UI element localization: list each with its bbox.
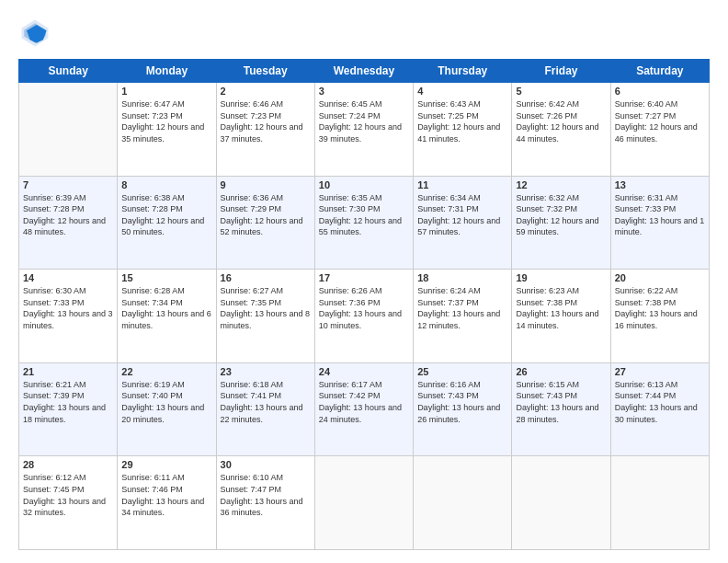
calendar-header-monday: Monday: [118, 60, 216, 83]
day-number: 25: [417, 366, 507, 377]
calendar-cell: 29Sunrise: 6:11 AMSunset: 7:46 PMDayligh…: [118, 456, 216, 550]
cell-info: Sunrise: 6:11 AMSunset: 7:46 PMDaylight:…: [121, 472, 211, 518]
calendar-cell: 25Sunrise: 6:16 AMSunset: 7:43 PMDayligh…: [414, 362, 512, 456]
day-number: 18: [417, 272, 507, 283]
day-number: 12: [516, 179, 606, 190]
logo: [18, 17, 55, 50]
day-number: 26: [516, 366, 606, 377]
cell-info: Sunrise: 6:24 AMSunset: 7:37 PMDaylight:…: [417, 285, 507, 331]
cell-info: Sunrise: 6:47 AMSunset: 7:23 PMDaylight:…: [121, 98, 211, 144]
day-number: 5: [516, 86, 606, 97]
cell-info: Sunrise: 6:43 AMSunset: 7:25 PMDaylight:…: [417, 98, 507, 144]
calendar-cell: 7Sunrise: 6:39 AMSunset: 7:28 PMDaylight…: [19, 176, 118, 270]
cell-info: Sunrise: 6:16 AMSunset: 7:43 PMDaylight:…: [417, 379, 507, 425]
calendar-cell: 14Sunrise: 6:30 AMSunset: 7:33 PMDayligh…: [19, 270, 118, 363]
calendar-cell: 6Sunrise: 6:40 AMSunset: 7:27 PMDaylight…: [610, 83, 709, 177]
calendar-cell: 17Sunrise: 6:26 AMSunset: 7:36 PMDayligh…: [314, 270, 413, 363]
day-number: 9: [221, 179, 311, 190]
calendar-cell: 23Sunrise: 6:18 AMSunset: 7:41 PMDayligh…: [216, 362, 314, 456]
calendar-cell: 9Sunrise: 6:36 AMSunset: 7:29 PMDaylight…: [216, 176, 314, 270]
cell-info: Sunrise: 6:42 AMSunset: 7:26 PMDaylight:…: [516, 98, 606, 144]
day-number: 1: [121, 86, 211, 97]
calendar-week-row: 1Sunrise: 6:47 AMSunset: 7:23 PMDaylight…: [19, 83, 710, 177]
cell-info: Sunrise: 6:39 AMSunset: 7:28 PMDaylight:…: [23, 192, 113, 238]
cell-info: Sunrise: 6:36 AMSunset: 7:29 PMDaylight:…: [221, 192, 311, 238]
calendar-cell: 15Sunrise: 6:28 AMSunset: 7:34 PMDayligh…: [118, 270, 216, 363]
calendar-cell: 16Sunrise: 6:27 AMSunset: 7:35 PMDayligh…: [216, 270, 314, 363]
calendar-cell: 22Sunrise: 6:19 AMSunset: 7:40 PMDayligh…: [118, 362, 216, 456]
calendar-header-row: SundayMondayTuesdayWednesdayThursdayFrid…: [19, 60, 710, 83]
calendar-week-row: 14Sunrise: 6:30 AMSunset: 7:33 PMDayligh…: [19, 270, 710, 363]
cell-info: Sunrise: 6:21 AMSunset: 7:39 PMDaylight:…: [23, 379, 113, 425]
day-number: 20: [615, 272, 705, 283]
calendar-cell: [512, 456, 610, 550]
day-number: 27: [615, 366, 705, 377]
day-number: 21: [23, 366, 113, 377]
day-number: 14: [23, 272, 113, 283]
calendar-header-saturday: Saturday: [610, 60, 709, 83]
calendar-cell: 30Sunrise: 6:10 AMSunset: 7:47 PMDayligh…: [216, 456, 314, 550]
day-number: 17: [319, 272, 409, 283]
cell-info: Sunrise: 6:40 AMSunset: 7:27 PMDaylight:…: [615, 98, 705, 144]
calendar-cell: 26Sunrise: 6:15 AMSunset: 7:43 PMDayligh…: [512, 362, 610, 456]
calendar-week-row: 28Sunrise: 6:12 AMSunset: 7:45 PMDayligh…: [19, 456, 710, 550]
day-number: 11: [417, 179, 507, 190]
logo-icon: [18, 17, 51, 50]
cell-info: Sunrise: 6:38 AMSunset: 7:28 PMDaylight:…: [121, 192, 211, 238]
day-number: 8: [121, 179, 211, 190]
calendar-cell: 10Sunrise: 6:35 AMSunset: 7:30 PMDayligh…: [314, 176, 413, 270]
calendar-week-row: 7Sunrise: 6:39 AMSunset: 7:28 PMDaylight…: [19, 176, 710, 270]
cell-info: Sunrise: 6:35 AMSunset: 7:30 PMDaylight:…: [319, 192, 409, 238]
calendar-cell: 19Sunrise: 6:23 AMSunset: 7:38 PMDayligh…: [512, 270, 610, 363]
calendar-cell: 28Sunrise: 6:12 AMSunset: 7:45 PMDayligh…: [19, 456, 118, 550]
day-number: 13: [615, 179, 705, 190]
day-number: 10: [319, 179, 409, 190]
cell-info: Sunrise: 6:26 AMSunset: 7:36 PMDaylight:…: [319, 285, 409, 331]
cell-info: Sunrise: 6:45 AMSunset: 7:24 PMDaylight:…: [319, 98, 409, 144]
day-number: 15: [121, 272, 211, 283]
calendar-cell: 5Sunrise: 6:42 AMSunset: 7:26 PMDaylight…: [512, 83, 610, 177]
cell-info: Sunrise: 6:28 AMSunset: 7:34 PMDaylight:…: [121, 285, 211, 331]
cell-info: Sunrise: 6:32 AMSunset: 7:32 PMDaylight:…: [516, 192, 606, 238]
calendar-cell: 18Sunrise: 6:24 AMSunset: 7:37 PMDayligh…: [414, 270, 512, 363]
day-number: 16: [221, 272, 311, 283]
cell-info: Sunrise: 6:19 AMSunset: 7:40 PMDaylight:…: [121, 379, 211, 425]
cell-info: Sunrise: 6:31 AMSunset: 7:33 PMDaylight:…: [615, 192, 705, 238]
cell-info: Sunrise: 6:10 AMSunset: 7:47 PMDaylight:…: [221, 472, 311, 518]
calendar-cell: 4Sunrise: 6:43 AMSunset: 7:25 PMDaylight…: [414, 83, 512, 177]
day-number: 2: [221, 86, 311, 97]
calendar-header-tuesday: Tuesday: [216, 60, 314, 83]
day-number: 30: [221, 459, 311, 470]
day-number: 6: [615, 86, 705, 97]
cell-info: Sunrise: 6:18 AMSunset: 7:41 PMDaylight:…: [221, 379, 311, 425]
cell-info: Sunrise: 6:17 AMSunset: 7:42 PMDaylight:…: [319, 379, 409, 425]
calendar-cell: 13Sunrise: 6:31 AMSunset: 7:33 PMDayligh…: [610, 176, 709, 270]
calendar-cell: [610, 456, 709, 550]
calendar-cell: 3Sunrise: 6:45 AMSunset: 7:24 PMDaylight…: [314, 83, 413, 177]
calendar-header-wednesday: Wednesday: [314, 60, 413, 83]
calendar-header-thursday: Thursday: [414, 60, 512, 83]
cell-info: Sunrise: 6:34 AMSunset: 7:31 PMDaylight:…: [417, 192, 507, 238]
day-number: 24: [319, 366, 409, 377]
cell-info: Sunrise: 6:30 AMSunset: 7:33 PMDaylight:…: [23, 285, 113, 331]
day-number: 7: [23, 179, 113, 190]
cell-info: Sunrise: 6:27 AMSunset: 7:35 PMDaylight:…: [221, 285, 311, 331]
calendar-header-sunday: Sunday: [19, 60, 118, 83]
day-number: 28: [23, 459, 113, 470]
calendar-week-row: 21Sunrise: 6:21 AMSunset: 7:39 PMDayligh…: [19, 362, 710, 456]
cell-info: Sunrise: 6:12 AMSunset: 7:45 PMDaylight:…: [23, 472, 113, 518]
calendar-cell: 20Sunrise: 6:22 AMSunset: 7:38 PMDayligh…: [610, 270, 709, 363]
calendar-cell: [19, 83, 118, 177]
calendar-cell: 8Sunrise: 6:38 AMSunset: 7:28 PMDaylight…: [118, 176, 216, 270]
calendar-cell: 27Sunrise: 6:13 AMSunset: 7:44 PMDayligh…: [610, 362, 709, 456]
cell-info: Sunrise: 6:13 AMSunset: 7:44 PMDaylight:…: [615, 379, 705, 425]
calendar-cell: 12Sunrise: 6:32 AMSunset: 7:32 PMDayligh…: [512, 176, 610, 270]
calendar-cell: 1Sunrise: 6:47 AMSunset: 7:23 PMDaylight…: [118, 83, 216, 177]
calendar-cell: 11Sunrise: 6:34 AMSunset: 7:31 PMDayligh…: [414, 176, 512, 270]
calendar-cell: 24Sunrise: 6:17 AMSunset: 7:42 PMDayligh…: [314, 362, 413, 456]
cell-info: Sunrise: 6:15 AMSunset: 7:43 PMDaylight:…: [516, 379, 606, 425]
day-number: 3: [319, 86, 409, 97]
page: SundayMondayTuesdayWednesdayThursdayFrid…: [0, 0, 728, 563]
day-number: 19: [516, 272, 606, 283]
day-number: 4: [417, 86, 507, 97]
